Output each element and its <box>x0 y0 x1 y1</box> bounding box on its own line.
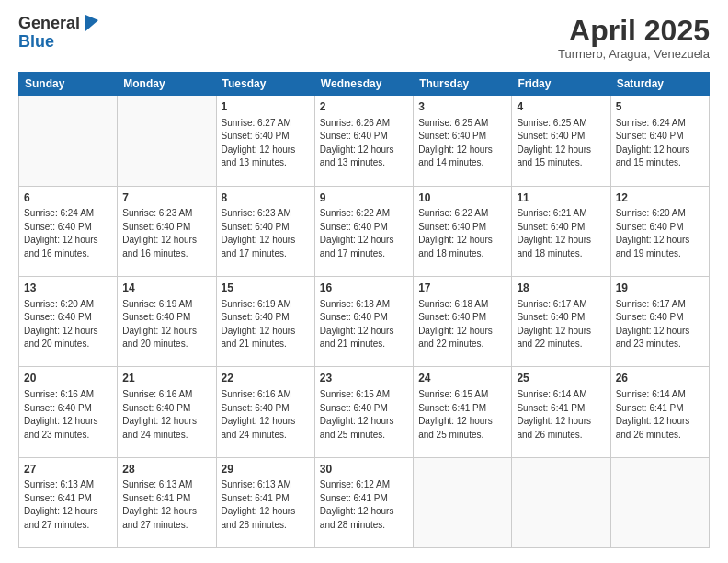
day-number: 6 <box>24 190 112 206</box>
day-number: 4 <box>517 99 605 115</box>
table-row: 29Sunrise: 6:13 AMSunset: 6:41 PMDayligh… <box>216 457 314 547</box>
table-row: 19Sunrise: 6:17 AMSunset: 6:40 PMDayligh… <box>610 276 709 366</box>
day-info: Sunrise: 6:22 AMSunset: 6:40 PMDaylight:… <box>418 207 506 260</box>
day-info: Sunrise: 6:13 AMSunset: 6:41 PMDaylight:… <box>24 478 112 532</box>
table-row: 14Sunrise: 6:19 AMSunset: 6:40 PMDayligh… <box>118 276 216 366</box>
day-number: 11 <box>517 190 605 206</box>
col-tuesday: Tuesday <box>216 73 314 96</box>
day-number: 10 <box>418 190 506 206</box>
day-info: Sunrise: 6:17 AMSunset: 6:40 PMDaylight:… <box>616 298 704 351</box>
day-info: Sunrise: 6:27 AMSunset: 6:40 PMDaylight:… <box>222 117 310 170</box>
day-number: 1 <box>222 99 310 115</box>
table-row: 21Sunrise: 6:16 AMSunset: 6:40 PMDayligh… <box>118 367 216 457</box>
day-number: 26 <box>616 371 704 386</box>
day-number: 8 <box>222 190 310 206</box>
logo-general: General <box>18 15 80 33</box>
day-number: 3 <box>418 99 506 115</box>
table-row <box>512 457 610 547</box>
day-info: Sunrise: 6:25 AMSunset: 6:40 PMDaylight:… <box>418 117 506 170</box>
table-row: 23Sunrise: 6:15 AMSunset: 6:40 PMDayligh… <box>314 367 413 457</box>
table-row: 12Sunrise: 6:20 AMSunset: 6:40 PMDayligh… <box>610 186 709 276</box>
day-info: Sunrise: 6:20 AMSunset: 6:40 PMDaylight:… <box>24 298 112 351</box>
table-row: 2Sunrise: 6:26 AMSunset: 6:40 PMDaylight… <box>314 96 413 186</box>
day-info: Sunrise: 6:13 AMSunset: 6:41 PMDaylight:… <box>122 478 210 532</box>
day-number: 21 <box>122 371 210 386</box>
location: Turmero, Aragua, Venezuela <box>558 47 710 61</box>
day-info: Sunrise: 6:14 AMSunset: 6:41 PMDaylight:… <box>616 388 704 442</box>
day-info: Sunrise: 6:17 AMSunset: 6:40 PMDaylight:… <box>517 298 605 351</box>
table-row: 6Sunrise: 6:24 AMSunset: 6:40 PMDaylight… <box>19 186 118 276</box>
day-info: Sunrise: 6:23 AMSunset: 6:40 PMDaylight:… <box>122 207 210 260</box>
month-title: April 2025 <box>558 15 710 47</box>
header: General Blue April 2025 Turmero, Aragua,… <box>18 15 710 61</box>
table-row <box>610 457 709 547</box>
logo-icon <box>82 13 98 33</box>
svg-marker-0 <box>85 15 98 31</box>
col-wednesday: Wednesday <box>314 73 413 96</box>
col-sunday: Sunday <box>19 73 118 96</box>
day-info: Sunrise: 6:24 AMSunset: 6:40 PMDaylight:… <box>24 207 112 260</box>
day-number: 17 <box>418 281 506 296</box>
table-row: 26Sunrise: 6:14 AMSunset: 6:41 PMDayligh… <box>610 367 709 457</box>
table-row <box>414 457 512 547</box>
page: General Blue April 2025 Turmero, Aragua,… <box>0 0 728 563</box>
table-row: 13Sunrise: 6:20 AMSunset: 6:40 PMDayligh… <box>19 276 118 366</box>
day-number: 29 <box>222 462 310 477</box>
table-row: 9Sunrise: 6:22 AMSunset: 6:40 PMDaylight… <box>314 186 413 276</box>
day-number: 19 <box>616 281 704 296</box>
table-row: 5Sunrise: 6:24 AMSunset: 6:40 PMDaylight… <box>610 96 709 186</box>
table-row: 1Sunrise: 6:27 AMSunset: 6:40 PMDaylight… <box>216 96 314 186</box>
day-info: Sunrise: 6:16 AMSunset: 6:40 PMDaylight:… <box>24 388 112 442</box>
day-number: 12 <box>616 190 704 206</box>
day-number: 20 <box>24 371 112 386</box>
table-row: 28Sunrise: 6:13 AMSunset: 6:41 PMDayligh… <box>118 457 216 547</box>
table-row: 25Sunrise: 6:14 AMSunset: 6:41 PMDayligh… <box>512 367 610 457</box>
col-saturday: Saturday <box>610 73 709 96</box>
table-row: 11Sunrise: 6:21 AMSunset: 6:40 PMDayligh… <box>512 186 610 276</box>
table-row: 17Sunrise: 6:18 AMSunset: 6:40 PMDayligh… <box>414 276 512 366</box>
calendar-table: Sunday Monday Tuesday Wednesday Thursday… <box>18 72 710 548</box>
day-info: Sunrise: 6:24 AMSunset: 6:40 PMDaylight:… <box>616 117 704 170</box>
day-info: Sunrise: 6:16 AMSunset: 6:40 PMDaylight:… <box>122 388 210 442</box>
table-row <box>118 96 216 186</box>
day-number: 13 <box>24 281 112 296</box>
table-row: 20Sunrise: 6:16 AMSunset: 6:40 PMDayligh… <box>19 367 118 457</box>
day-info: Sunrise: 6:19 AMSunset: 6:40 PMDaylight:… <box>122 298 210 351</box>
day-info: Sunrise: 6:15 AMSunset: 6:40 PMDaylight:… <box>320 388 408 442</box>
day-info: Sunrise: 6:18 AMSunset: 6:40 PMDaylight:… <box>418 298 506 351</box>
day-info: Sunrise: 6:20 AMSunset: 6:40 PMDaylight:… <box>616 207 704 260</box>
logo: General Blue <box>18 15 98 52</box>
day-info: Sunrise: 6:12 AMSunset: 6:41 PMDaylight:… <box>320 478 408 532</box>
col-friday: Friday <box>512 73 610 96</box>
day-number: 28 <box>122 462 210 477</box>
table-row: 24Sunrise: 6:15 AMSunset: 6:41 PMDayligh… <box>414 367 512 457</box>
day-number: 22 <box>222 371 310 386</box>
day-number: 27 <box>24 462 112 477</box>
day-info: Sunrise: 6:22 AMSunset: 6:40 PMDaylight:… <box>320 207 408 260</box>
table-row: 3Sunrise: 6:25 AMSunset: 6:40 PMDaylight… <box>414 96 512 186</box>
col-thursday: Thursday <box>414 73 512 96</box>
table-row: 18Sunrise: 6:17 AMSunset: 6:40 PMDayligh… <box>512 276 610 366</box>
title-block: April 2025 Turmero, Aragua, Venezuela <box>558 15 710 61</box>
day-number: 18 <box>517 281 605 296</box>
table-row: 22Sunrise: 6:16 AMSunset: 6:40 PMDayligh… <box>216 367 314 457</box>
table-row: 4Sunrise: 6:25 AMSunset: 6:40 PMDaylight… <box>512 96 610 186</box>
day-info: Sunrise: 6:26 AMSunset: 6:40 PMDaylight:… <box>320 117 408 170</box>
day-number: 16 <box>320 281 408 296</box>
day-info: Sunrise: 6:13 AMSunset: 6:41 PMDaylight:… <box>222 478 310 532</box>
day-number: 14 <box>122 281 210 296</box>
table-row: 15Sunrise: 6:19 AMSunset: 6:40 PMDayligh… <box>216 276 314 366</box>
day-info: Sunrise: 6:15 AMSunset: 6:41 PMDaylight:… <box>418 388 506 442</box>
day-number: 30 <box>320 462 408 477</box>
day-info: Sunrise: 6:21 AMSunset: 6:40 PMDaylight:… <box>517 207 605 260</box>
day-info: Sunrise: 6:23 AMSunset: 6:40 PMDaylight:… <box>222 207 310 260</box>
table-row: 27Sunrise: 6:13 AMSunset: 6:41 PMDayligh… <box>19 457 118 547</box>
table-row <box>19 96 118 186</box>
logo-blue: Blue <box>18 33 80 52</box>
day-number: 15 <box>222 281 310 296</box>
day-number: 24 <box>418 371 506 386</box>
day-info: Sunrise: 6:25 AMSunset: 6:40 PMDaylight:… <box>517 117 605 170</box>
table-row: 16Sunrise: 6:18 AMSunset: 6:40 PMDayligh… <box>314 276 413 366</box>
day-number: 2 <box>320 99 408 115</box>
day-info: Sunrise: 6:16 AMSunset: 6:40 PMDaylight:… <box>222 388 310 442</box>
